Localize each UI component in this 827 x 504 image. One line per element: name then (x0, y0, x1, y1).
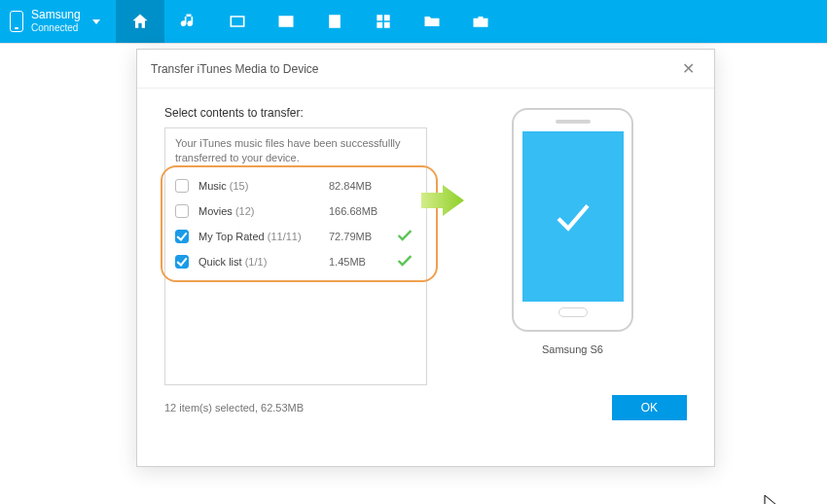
tab-photos[interactable] (262, 0, 310, 43)
checkbox[interactable] (175, 255, 189, 269)
prompt-label: Select contents to transfer: (164, 106, 437, 120)
item-label: Movies (12) (198, 205, 329, 217)
tab-music[interactable] (164, 0, 213, 43)
top-toolbar: Samsung Connected (0, 0, 827, 43)
device-dropdown[interactable] (87, 19, 106, 24)
selection-status: 12 item(s) selected, 62.53MB (164, 402, 304, 414)
picture-icon (276, 12, 296, 31)
phone-screen-check (522, 131, 624, 302)
target-device-label: Samsung S6 (542, 343, 603, 355)
item-count: (15) (230, 180, 249, 192)
device-status: Connected (31, 22, 81, 34)
list-item[interactable]: Quick list (1/1)1.45MB (165, 249, 426, 274)
item-size: 82.84MB (329, 180, 397, 192)
item-size: 166.68MB (329, 205, 397, 217)
close-button[interactable]: ✕ (676, 57, 701, 80)
cursor-icon (764, 494, 779, 504)
transfer-dialog: Transfer iTunes Media to Device ✕ Select… (136, 49, 715, 467)
video-icon (228, 12, 247, 31)
contacts-icon (325, 12, 344, 31)
item-size: 1.45MB (329, 256, 397, 268)
item-count: (12) (235, 205, 255, 217)
app-body: Transfer iTunes Media to Device ✕ Select… (0, 43, 827, 504)
tab-contacts[interactable] (310, 0, 359, 43)
item-label: My Top Rated (11/11) (198, 231, 329, 242)
tab-files[interactable] (408, 0, 456, 43)
home-icon (130, 12, 150, 31)
checkbox[interactable] (175, 230, 189, 243)
item-label: Music (15) (198, 180, 329, 192)
folder-icon (422, 12, 442, 31)
checkbox[interactable] (175, 204, 189, 218)
result-message: Your iTunes music files have been succes… (165, 128, 426, 173)
checkbox[interactable] (175, 179, 189, 193)
device-text: Samsung Connected (31, 9, 81, 33)
list-item[interactable]: Movies (12)166.68MB (165, 198, 426, 224)
phone-icon (10, 11, 23, 32)
apps-icon (374, 12, 393, 31)
tab-home[interactable] (116, 0, 164, 43)
nav-tabs (116, 0, 505, 43)
chevron-down-icon (92, 19, 100, 24)
tab-toolbox[interactable] (456, 0, 505, 43)
device-indicator[interactable]: Samsung Connected (0, 0, 116, 43)
content-list: Your iTunes music files have been succes… (164, 127, 427, 385)
tab-apps[interactable] (359, 0, 408, 43)
item-size: 72.79MB (329, 231, 397, 242)
item-count: (1/1) (245, 256, 268, 268)
check-icon (549, 193, 597, 241)
dialog-title: Transfer iTunes Media to Device (151, 62, 319, 76)
list-item[interactable]: Music (15)82.84MB (165, 173, 426, 198)
device-name: Samsung (31, 9, 81, 22)
music-icon (179, 12, 198, 31)
target-phone-graphic (512, 108, 633, 332)
briefcase-icon (471, 12, 490, 31)
tab-video[interactable] (213, 0, 262, 43)
item-label: Quick list (1/1) (198, 256, 329, 268)
list-item[interactable]: My Top Rated (11/11)72.79MB (165, 224, 426, 249)
done-icon (397, 255, 416, 269)
ok-button[interactable]: OK (612, 395, 687, 420)
dialog-header: Transfer iTunes Media to Device ✕ (137, 50, 714, 89)
done-icon (397, 230, 416, 243)
item-count: (11/11) (268, 231, 302, 242)
